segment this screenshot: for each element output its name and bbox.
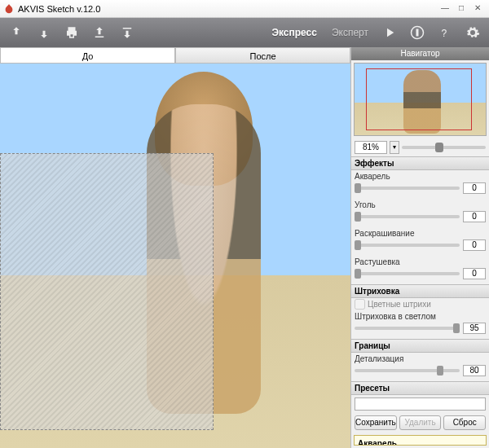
detail-value[interactable]: 80 xyxy=(463,365,486,376)
open-button[interactable] xyxy=(5,21,28,44)
info-button[interactable] xyxy=(406,21,429,44)
param-label: Раскрашивание xyxy=(355,229,486,238)
charcoal-slider[interactable] xyxy=(355,215,460,218)
section-effects: Эффекты xyxy=(351,156,489,170)
maximize-button[interactable]: □ xyxy=(453,3,469,15)
preset-dropdown[interactable] xyxy=(355,397,486,411)
app-logo-icon xyxy=(3,3,15,15)
help-button[interactable]: ? xyxy=(434,21,456,44)
side-panel: Навигатор 81% ▾ Эффекты Акварель 0 Уголь… xyxy=(350,47,489,448)
light-hatch-slider[interactable] xyxy=(355,327,460,330)
param-coloration: Раскрашивание 0 xyxy=(351,227,489,256)
image-canvas[interactable] xyxy=(0,64,350,448)
title-bar: AKVIS Sketch v.12.0 — □ ✕ xyxy=(0,0,489,18)
section-hatching: Штриховка xyxy=(351,284,489,298)
tab-before[interactable]: До xyxy=(0,47,175,64)
svg-text:?: ? xyxy=(442,28,447,39)
section-edges: Границы xyxy=(351,339,489,353)
color-strokes-row: Цветные штрихи xyxy=(351,298,489,310)
mode-express[interactable]: Экспресс xyxy=(271,27,317,38)
help-panel: Акварель Параметр позволяет добавить эфф… xyxy=(354,435,487,446)
save-preset-button[interactable]: Сохранить xyxy=(355,415,397,430)
watercolor-value[interactable]: 0 xyxy=(463,182,486,194)
param-watercolor: Акварель 0 xyxy=(351,170,489,199)
smudge-value[interactable]: 0 xyxy=(463,268,486,279)
param-label: Штриховка в светлом xyxy=(355,312,486,321)
print-button[interactable] xyxy=(60,21,83,44)
navigator-viewport-rect[interactable] xyxy=(366,68,472,130)
run-button[interactable] xyxy=(378,21,401,44)
main-toolbar: Экспресс Эксперт ? xyxy=(0,18,489,47)
section-presets: Пресеты xyxy=(351,381,489,395)
zoom-dropdown[interactable]: ▾ xyxy=(390,141,399,154)
param-detail: Детализация 80 xyxy=(351,353,489,381)
color-strokes-checkbox[interactable] xyxy=(355,299,365,310)
minimize-button[interactable]: — xyxy=(437,3,453,15)
import-button[interactable] xyxy=(88,21,111,44)
save-button[interactable] xyxy=(33,21,55,44)
zoom-value[interactable]: 81% xyxy=(355,141,387,154)
charcoal-value[interactable]: 0 xyxy=(463,211,486,222)
canvas-pane: До После xyxy=(0,47,350,448)
export-button[interactable] xyxy=(116,21,139,44)
sketch-preview-region[interactable] xyxy=(0,153,214,430)
coloration-slider[interactable] xyxy=(355,244,460,247)
navigator-preview[interactable] xyxy=(354,63,487,136)
param-label: Уголь xyxy=(355,200,486,209)
light-hatch-value[interactable]: 95 xyxy=(463,323,486,334)
param-label: Акварель xyxy=(355,172,486,181)
param-smudge: Растушевка 0 xyxy=(351,256,489,284)
param-light-hatch: Штриховка в светлом 95 xyxy=(351,310,489,339)
zoom-slider[interactable] xyxy=(402,146,486,149)
delete-preset-button[interactable]: Удалить xyxy=(399,415,442,430)
navigator-header: Навигатор xyxy=(351,47,489,60)
tab-after[interactable]: После xyxy=(175,47,350,64)
param-label: Детализация xyxy=(355,354,486,363)
detail-slider[interactable] xyxy=(355,369,460,372)
window-title: AKVIS Sketch v.12.0 xyxy=(18,4,100,14)
watercolor-slider[interactable] xyxy=(355,187,460,190)
view-tabs: До После xyxy=(0,47,350,64)
reset-preset-button[interactable]: Сброс xyxy=(443,415,486,430)
close-button[interactable]: ✕ xyxy=(469,3,486,15)
settings-button[interactable] xyxy=(461,21,484,44)
color-strokes-label: Цветные штрихи xyxy=(368,300,431,309)
param-charcoal: Уголь 0 xyxy=(351,199,489,227)
help-title: Акварель xyxy=(358,439,482,446)
smudge-slider[interactable] xyxy=(355,272,460,275)
mode-expert[interactable]: Эксперт xyxy=(332,27,368,38)
coloration-value[interactable]: 0 xyxy=(463,239,486,251)
param-label: Растушевка xyxy=(355,257,486,266)
